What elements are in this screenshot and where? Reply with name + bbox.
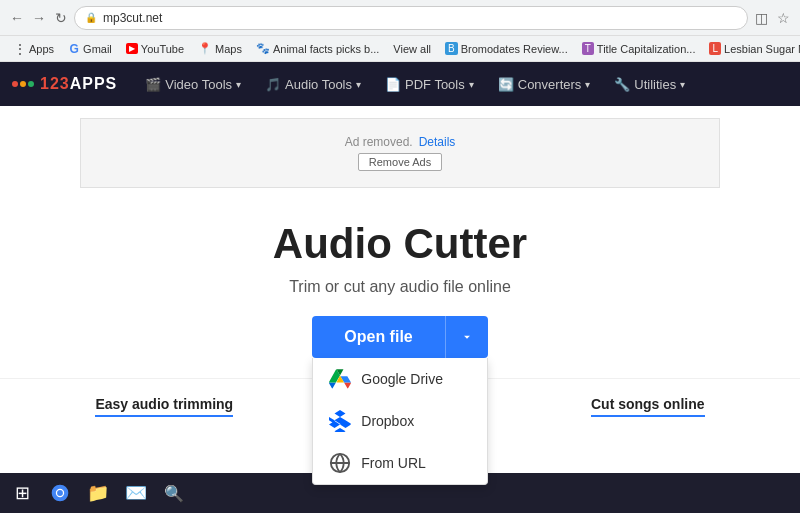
ad-details-link[interactable]: Details xyxy=(419,135,456,149)
nav-utilities-label: Utilities xyxy=(634,77,676,92)
nav-audio-tools[interactable]: 🎵 Audio Tools ▾ xyxy=(253,62,373,106)
ad-removed-text: Ad removed. xyxy=(345,135,413,149)
main-content: Ad removed. Details Remove Ads Audio Cut… xyxy=(0,118,800,427)
audio-tools-icon: 🎵 xyxy=(265,77,281,92)
feature-cut-songs-label: Cut songs online xyxy=(591,396,705,417)
open-file-dropdown-toggle[interactable] xyxy=(445,316,488,358)
chevron-down-icon xyxy=(460,330,474,344)
taskbar-mail[interactable]: ✉️ xyxy=(118,475,154,511)
nav-audio-tools-label: Audio Tools xyxy=(285,77,352,92)
browser-nav-bar: ← → ↻ 🔒 mp3cut.net ◫ ☆ xyxy=(0,0,800,36)
nav-converters[interactable]: 🔄 Converters ▾ xyxy=(486,62,603,106)
converters-icon: 🔄 xyxy=(498,77,514,92)
bookmark-bromodates[interactable]: B Bromodates Review... xyxy=(439,40,574,57)
bookmark-apps[interactable]: ⋮ Apps xyxy=(8,40,60,58)
refresh-button[interactable]: ↻ xyxy=(52,9,70,27)
logo-dot-yellow xyxy=(20,81,26,87)
ad-banner: Ad removed. Details Remove Ads xyxy=(80,118,720,188)
pdf-tools-icon: 📄 xyxy=(385,77,401,92)
bookmark-title-cap[interactable]: T Title Capitalization... xyxy=(576,40,702,57)
taskbar-start[interactable]: ⊞ xyxy=(4,475,40,511)
bookmark-gmail-label: Gmail xyxy=(83,43,112,55)
lesbian-sugar-favicon: L xyxy=(709,42,721,55)
open-file-dropdown-menu: Google Drive Dropbox xyxy=(312,358,487,485)
nav-utilities[interactable]: 🔧 Utilities ▾ xyxy=(602,62,697,106)
audio-tools-chevron: ▾ xyxy=(356,79,361,90)
taskbar-search[interactable]: 🔍 xyxy=(156,475,192,511)
feature-cut-songs: Cut songs online xyxy=(591,395,705,417)
video-tools-chevron: ▾ xyxy=(236,79,241,90)
converters-chevron: ▾ xyxy=(585,79,590,90)
bookmark-star-icon[interactable]: ☆ xyxy=(774,9,792,27)
bookmark-animal-facts-label: Animal facts picks b... xyxy=(273,43,379,55)
bookmark-lesbian-sugar-label: Lesbian Sugar Mom... xyxy=(724,43,800,55)
hero-subtitle: Trim or cut any audio file online xyxy=(0,278,800,296)
url-link-icon xyxy=(329,452,351,474)
bookmark-maps-label: Maps xyxy=(215,43,242,55)
extensions-icon[interactable]: ◫ xyxy=(752,9,770,27)
dropdown-google-drive[interactable]: Google Drive xyxy=(313,358,486,400)
pdf-tools-chevron: ▾ xyxy=(469,79,474,90)
google-drive-label: Google Drive xyxy=(361,371,443,387)
maps-favicon: 📍 xyxy=(198,42,212,55)
bookmark-youtube-label: YouTube xyxy=(141,43,184,55)
bookmark-view-all[interactable]: View all xyxy=(387,41,437,57)
dropbox-label: Dropbox xyxy=(361,413,414,429)
logo-text: 123APPS xyxy=(40,75,117,93)
bookmark-bromodates-label: Bromodates Review... xyxy=(461,43,568,55)
taskbar-folder[interactable]: 📁 xyxy=(80,475,116,511)
gmail-favicon: G xyxy=(68,43,80,55)
nav-video-tools[interactable]: 🎬 Video Tools ▾ xyxy=(133,62,253,106)
url-text: mp3cut.net xyxy=(103,11,162,25)
url-bar[interactable]: 🔒 mp3cut.net xyxy=(74,6,748,30)
nav-pdf-tools-label: PDF Tools xyxy=(405,77,465,92)
back-button[interactable]: ← xyxy=(8,9,26,27)
title-cap-favicon: T xyxy=(582,42,594,55)
hero-section: Audio Cutter Trim or cut any audio file … xyxy=(0,200,800,368)
dropbox-icon xyxy=(329,410,351,432)
bromodates-favicon: B xyxy=(445,42,458,55)
logo-dots xyxy=(12,81,34,87)
feature-easy-trimming-label: Easy audio trimming xyxy=(95,396,233,417)
logo[interactable]: 123APPS xyxy=(12,75,117,93)
bookmark-gmail[interactable]: G Gmail xyxy=(62,41,118,57)
open-file-button[interactable]: Open file xyxy=(312,316,444,358)
app-navbar: 123APPS 🎬 Video Tools ▾ 🎵 Audio Tools ▾ … xyxy=(0,62,800,106)
from-url-label: From URL xyxy=(361,455,426,471)
video-tools-icon: 🎬 xyxy=(145,77,161,92)
bookmark-view-all-label: View all xyxy=(393,43,431,55)
bookmark-animal-facts[interactable]: 🐾 Animal facts picks b... xyxy=(250,40,385,57)
bookmark-title-cap-label: Title Capitalization... xyxy=(597,43,696,55)
app-nav-menu: 🎬 Video Tools ▾ 🎵 Audio Tools ▾ 📄 PDF To… xyxy=(133,62,697,106)
feature-easy-trimming: Easy audio trimming xyxy=(95,395,233,417)
svg-point-3 xyxy=(57,490,63,496)
logo-dot-red xyxy=(12,81,18,87)
animal-facts-favicon: 🐾 xyxy=(256,42,270,55)
bookmarks-bar: ⋮ Apps G Gmail ▶ YouTube 📍 Maps 🐾 Animal… xyxy=(0,36,800,62)
open-file-wrapper: Open file xyxy=(312,316,487,358)
remove-ads-button[interactable]: Remove Ads xyxy=(358,153,442,171)
dropdown-from-url[interactable]: From URL xyxy=(313,442,486,484)
forward-button[interactable]: → xyxy=(30,9,48,27)
bookmark-apps-label: Apps xyxy=(29,43,54,55)
google-drive-icon xyxy=(329,368,351,390)
bookmark-lesbian-sugar[interactable]: L Lesbian Sugar Mom... xyxy=(703,40,800,57)
apps-grid-icon: ⋮ xyxy=(14,42,26,56)
lock-icon: 🔒 xyxy=(85,12,97,23)
hero-title: Audio Cutter xyxy=(0,220,800,268)
utilities-icon: 🔧 xyxy=(614,77,630,92)
youtube-favicon: ▶ xyxy=(126,43,138,54)
bookmark-youtube[interactable]: ▶ YouTube xyxy=(120,41,190,57)
nav-video-tools-label: Video Tools xyxy=(165,77,232,92)
bookmark-maps[interactable]: 📍 Maps xyxy=(192,40,248,57)
logo-dot-green xyxy=(28,81,34,87)
taskbar-chrome[interactable] xyxy=(42,475,78,511)
nav-converters-label: Converters xyxy=(518,77,582,92)
nav-pdf-tools[interactable]: 📄 PDF Tools ▾ xyxy=(373,62,486,106)
utilities-chevron: ▾ xyxy=(680,79,685,90)
dropdown-dropbox[interactable]: Dropbox xyxy=(313,400,486,442)
